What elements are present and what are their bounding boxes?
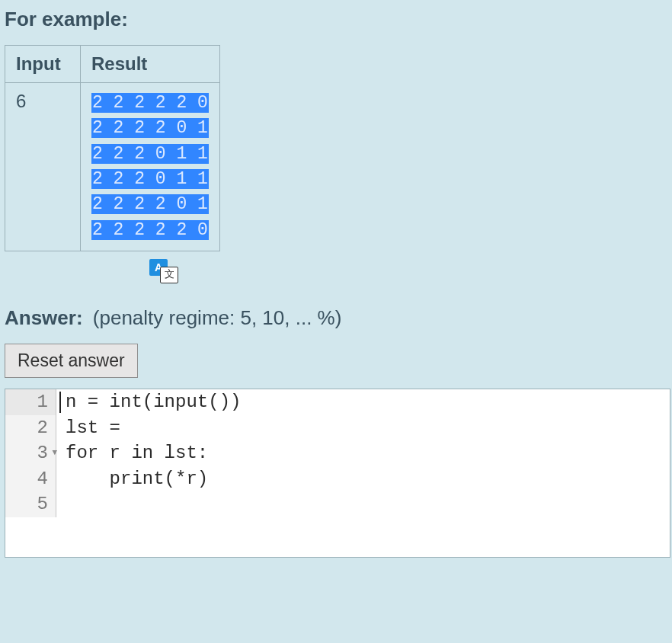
- answer-penalty-text: (penalty regime: 5, 10, ... %): [93, 306, 342, 329]
- reset-answer-button[interactable]: Reset answer: [5, 344, 138, 378]
- answer-label: Answer:: [5, 306, 83, 329]
- editor-line-number: 3▼: [5, 440, 56, 466]
- example-input-value: 6: [5, 83, 81, 251]
- code-editor[interactable]: 1n = int(input())2lst =3▼for r in lst:4 …: [5, 389, 670, 558]
- editor-line-code[interactable]: lst =: [56, 415, 670, 441]
- example-header-result: Result: [81, 46, 220, 83]
- translate-icon-back: 文: [160, 267, 178, 283]
- editor-line-code[interactable]: [56, 491, 670, 517]
- translate-icon[interactable]: A 文: [149, 259, 177, 282]
- editor-line-number: 1: [5, 389, 56, 415]
- example-result-grid: 2 2 2 2 2 0 2 2 2 2 0 1 2 2 2 0 1 1 2 2 …: [91, 91, 209, 243]
- editor-line-number: 2: [5, 415, 56, 441]
- example-header-input: Input: [5, 46, 81, 83]
- editor-line-number: 5: [5, 491, 56, 517]
- editor-line-code[interactable]: print(*r): [56, 466, 670, 492]
- example-heading: For example:: [5, 8, 667, 31]
- answer-row: Answer: (penalty regime: 5, 10, ... %): [5, 306, 667, 330]
- editor-line-code[interactable]: for r in lst:: [56, 440, 670, 466]
- editor-line-code[interactable]: n = int(input()): [56, 389, 670, 415]
- editor-line-number: 4: [5, 466, 56, 492]
- example-table: Input Result 6 2 2 2 2 2 0 2 2 2 2 0 1 2…: [5, 45, 220, 251]
